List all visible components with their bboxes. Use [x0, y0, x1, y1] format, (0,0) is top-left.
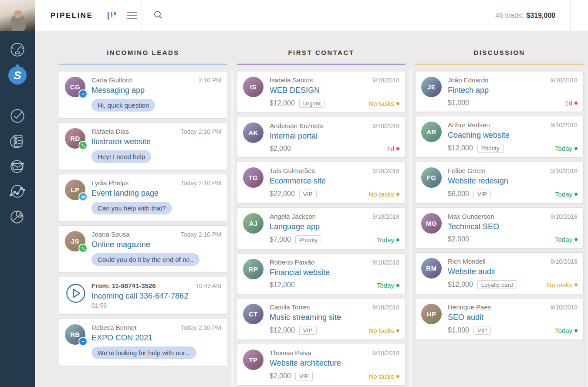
lead-date: 9/10/2018: [551, 213, 578, 220]
column-accent-bar: [237, 64, 406, 65]
contact-avatar: TP: [243, 350, 264, 370]
contact-avatar: FG: [421, 167, 442, 188]
task-status: No tasks: [369, 373, 399, 380]
contact-avatar: CG: [65, 77, 85, 97]
menu-icon[interactable]: [127, 12, 137, 19]
lead-title-link[interactable]: Website audit: [448, 266, 578, 277]
lead-title-link[interactable]: Music streaming site: [270, 312, 399, 322]
incoming-lead-card[interactable]: RD Rafaela Dias Today 2:10 PM Ilustrator…: [59, 122, 227, 170]
contact-name: Roberto Paixão: [270, 258, 314, 266]
call-title-link[interactable]: Incoming call 336-647-7862: [91, 291, 221, 301]
tasks-check-icon[interactable]: [8, 106, 27, 125]
task-status: Today: [377, 236, 399, 244]
contact-avatar: HP: [421, 304, 442, 324]
lead-card[interactable]: CT Camila Torres 9/10/2018 Music streami…: [237, 298, 406, 340]
contact-avatar: TG: [243, 167, 264, 188]
contact-name: Carla Guilford: [91, 76, 132, 84]
lead-card[interactable]: AR Arthur Redsen 9/10/2018 Coaching webs…: [415, 116, 584, 158]
message-preview-bubble: Hey! I need help: [91, 150, 151, 163]
lead-title-link[interactable]: SEO audit: [448, 312, 578, 322]
lead-title-link[interactable]: Language app: [270, 221, 399, 232]
lead-tag: Priority: [295, 235, 321, 244]
task-status: No tasks: [369, 190, 399, 198]
lead-card[interactable]: RP Roberto Paixão 9/10/2018 Financial we…: [237, 253, 406, 294]
lead-title-link[interactable]: Website architecture: [270, 358, 399, 368]
lead-title-link[interactable]: Event landing page: [91, 188, 221, 198]
contact-avatar: RB: [65, 324, 85, 345]
whatsapp-badge-icon: [78, 244, 88, 253]
contact-avatar: CT: [243, 304, 264, 324]
pipeline-dollar-logo-icon[interactable]: S: [8, 66, 27, 85]
task-status: Today: [555, 145, 578, 152]
column-title: DISCUSSION: [415, 49, 584, 58]
column-scrollbar[interactable]: [409, 70, 412, 387]
lead-title-link[interactable]: Financial website: [270, 267, 399, 278]
lead-card[interactable]: HP Henrique Paes 9/10/2018 SEO audit $1,…: [415, 298, 584, 340]
search-bar[interactable]: [142, 0, 495, 31]
contact-avatar: JS: [65, 231, 85, 251]
column-scrollbar[interactable]: [231, 70, 234, 387]
lead-title-link[interactable]: Online magazine: [91, 239, 221, 250]
status-dot: [574, 238, 578, 241]
lead-card[interactable]: IS Isabela Santos 9/10/2018 WEB DESIGN $…: [237, 71, 406, 113]
mail-envelope-icon[interactable]: [8, 156, 27, 176]
lists-clipboard-icon[interactable]: [8, 131, 27, 150]
chat-badge-icon: [78, 192, 88, 201]
dashboard-gauge-icon[interactable]: [8, 41, 27, 60]
lead-card[interactable]: AK Anderson Kuznets 9/10/2018 Internal p…: [237, 117, 406, 158]
messenger-badge-icon: [78, 89, 88, 98]
lead-price: $12,000: [270, 99, 295, 107]
status-dot: [396, 102, 399, 105]
incoming-lead-card[interactable]: RB Rebeca Bennet Today 2:10 PM EXPO CON …: [59, 319, 227, 366]
lead-price: $12,000: [270, 281, 295, 289]
search-icon[interactable]: [153, 10, 163, 21]
lead-card[interactable]: JE João Eduardo 9/10/2018 Fintech app $1…: [415, 71, 584, 112]
contact-avatar: LP: [65, 180, 85, 200]
kanban-view-icon[interactable]: [108, 12, 116, 20]
lead-title-link[interactable]: Technical SEO: [448, 221, 578, 232]
contact-name: Rafaela Dias: [91, 128, 129, 136]
lead-title-link[interactable]: Ilustrator website: [91, 136, 221, 147]
message-time: Today 2:10 PM: [181, 231, 221, 238]
contact-name: Thomas Paiva: [270, 349, 311, 357]
settings-wrench-icon[interactable]: [8, 207, 27, 226]
pipeline-stats: 46 leads: $319,000: [495, 0, 570, 31]
message-preview-bubble: Can you help with that?: [91, 202, 172, 214]
lead-title-link[interactable]: EXPO CON 2021: [91, 333, 221, 343]
lead-tag: VIP: [299, 326, 317, 335]
lead-card[interactable]: TG Tais Guimarães 9/10/2018 Ecommerce si…: [237, 162, 406, 204]
lead-card[interactable]: RM Rich Mondell 9/10/2018 Website audit …: [415, 252, 584, 294]
lead-card[interactable]: TP Thomas Paiva 9/10/2018 Website archit…: [237, 344, 406, 386]
task-status: Today: [555, 327, 578, 334]
play-recording-icon[interactable]: [66, 283, 86, 303]
lead-date: 9/10/2018: [551, 77, 578, 84]
lead-title-link[interactable]: Fintech app: [448, 85, 578, 95]
lead-title-link[interactable]: Coaching website: [448, 130, 578, 140]
call-time: 10:49 AM: [196, 282, 221, 289]
lead-tag: Urgent: [299, 99, 325, 108]
lead-tag: VIP: [473, 326, 491, 335]
lead-date: 9/10/2018: [372, 122, 399, 129]
profile-photo[interactable]: [0, 0, 35, 31]
lead-price: $12,000: [448, 281, 473, 289]
incoming-call-card[interactable]: From: 11-98741-3526 10:49 AM Incoming ca…: [59, 277, 227, 315]
pipeline-board: INCOMING LEADS CG Carla Guilford 2:10 PM…: [35, 31, 588, 387]
lead-card[interactable]: AJ Angela Jackson 9/10/2018 Language app…: [237, 207, 406, 249]
contact-avatar: IS: [243, 77, 264, 97]
incoming-lead-card[interactable]: CG Carla Guilford 2:10 PM Messaging app …: [59, 71, 227, 119]
contact-avatar: RM: [421, 258, 442, 278]
column-title: FIRST CONTACT: [237, 49, 406, 58]
lead-title-link[interactable]: Internal portal: [270, 131, 399, 141]
lead-title-link[interactable]: WEB DESIGN: [270, 85, 399, 95]
lead-card[interactable]: FG Felipe Green 9/10/2018 Website redesi…: [415, 162, 584, 204]
incoming-lead-card[interactable]: JS Joana Sousa Today 2:10 PM Online maga…: [59, 225, 227, 273]
message-preview-bubble: We're looking for help with our...: [91, 346, 196, 359]
lead-title-link[interactable]: Messaging app: [91, 85, 221, 95]
incoming-lead-card[interactable]: LP Lydia Phelps Today 2:10 PM Event land…: [59, 174, 227, 221]
lead-card[interactable]: MG Max Gunderson 9/10/2018 Technical SEO…: [415, 207, 584, 248]
lead-title-link[interactable]: Website redesign: [448, 176, 578, 186]
lead-title-link[interactable]: Ecommerce site: [270, 176, 399, 186]
stats-chart-icon[interactable]: [8, 182, 27, 201]
lead-date: 9/10/2018: [551, 304, 578, 311]
contact-name: João Eduardo: [448, 76, 488, 84]
